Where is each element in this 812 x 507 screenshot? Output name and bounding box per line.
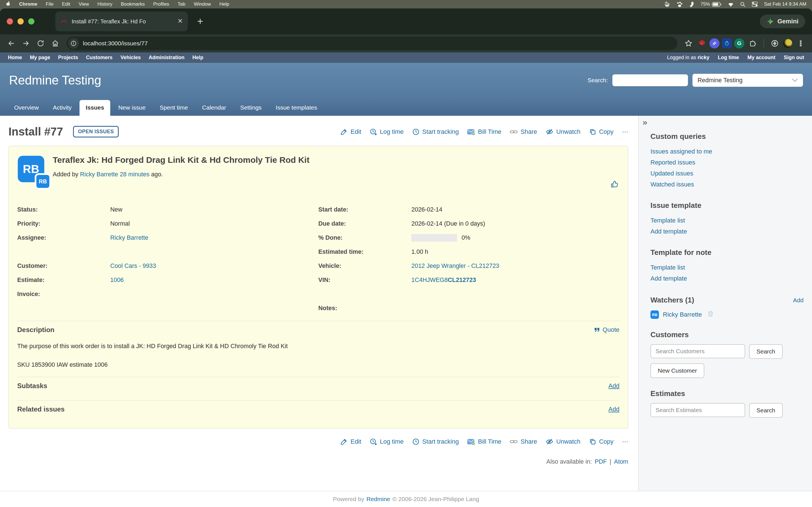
control-center-icon[interactable] (752, 2, 758, 7)
thumbs-up-icon[interactable] (610, 180, 619, 189)
menu-item-profiles[interactable]: Profiles (153, 1, 169, 7)
menu-item-window[interactable]: Window (194, 1, 211, 7)
browser-tab[interactable]: Install #77: Teraflex Jk: Hd Fo (55, 11, 188, 31)
delete-watcher-icon[interactable] (707, 310, 714, 319)
vin-link[interactable]: 1C4HJWEG8CL212723 (411, 277, 476, 284)
sidebar-link-watched-issues[interactable]: Watched issues (651, 179, 804, 190)
top-menu-customers[interactable]: Customers (86, 55, 112, 61)
add-watcher-link[interactable]: Add (793, 297, 804, 304)
extension-lock-icon[interactable] (722, 38, 732, 48)
sidebar-link-issues-assigned-to-me[interactable]: Issues assigned to me (651, 146, 804, 157)
menu-item-view[interactable]: View (79, 1, 89, 7)
new-tab-button[interactable]: + (193, 15, 207, 28)
add-subtask-link[interactable]: Add (608, 382, 619, 390)
kebab-menu-icon[interactable] (795, 37, 807, 50)
tab-settings[interactable]: Settings (234, 100, 268, 116)
sidebar-link-note-template-list[interactable]: Template list (651, 262, 804, 273)
more-actions-button[interactable]: ⋯ (622, 438, 628, 445)
add-related-issue-link[interactable]: Add (608, 406, 619, 413)
address-bar[interactable]: localhost:3000/issues/77 (66, 37, 677, 50)
top-menu-administration[interactable]: Administration (149, 55, 185, 61)
top-menu-help[interactable]: Help (192, 55, 203, 61)
top-menu-my-account[interactable]: My account (748, 55, 775, 61)
log-time-button[interactable]: Log time (370, 438, 403, 445)
log-time-button[interactable]: Log time (370, 128, 403, 135)
search-customers-input[interactable] (651, 344, 745, 358)
extension-indigo-icon[interactable] (709, 38, 719, 48)
assignee-link[interactable]: Ricky Barrette (110, 234, 148, 241)
minimize-window-button[interactable] (17, 18, 24, 24)
redmine-link[interactable]: Redmine (366, 496, 390, 503)
top-menu-log-time[interactable]: Log time (718, 55, 739, 61)
top-menu-sign-out[interactable]: Sign out (784, 55, 804, 61)
spotlight-search-icon[interactable] (740, 2, 746, 7)
copy-button[interactable]: Copy (589, 128, 613, 135)
tab-close-icon[interactable] (177, 18, 183, 25)
search-estimates-button[interactable]: Search (749, 403, 783, 418)
tab-activity[interactable]: Activity (47, 100, 78, 116)
share-button[interactable]: Share (510, 438, 537, 445)
edit-button[interactable]: Edit (340, 128, 361, 135)
search-estimates-input[interactable] (651, 403, 745, 417)
home-icon[interactable] (49, 37, 61, 50)
copy-button[interactable]: Copy (589, 438, 613, 445)
estimate-link[interactable]: 1006 (110, 277, 124, 284)
close-window-button[interactable] (7, 18, 13, 24)
menu-bar-clock[interactable]: Sat Feb 14 9:34 AM (764, 1, 806, 7)
sidebar-collapse-button[interactable]: » (643, 117, 647, 127)
open-issues-badge[interactable]: OPEN ISSUES (73, 126, 119, 137)
share-button[interactable]: Share (510, 128, 537, 135)
tab-new-issue[interactable]: New issue (112, 100, 152, 116)
author-link[interactable]: Ricky Barrette (80, 171, 118, 178)
search-input[interactable] (612, 74, 688, 86)
new-customer-button[interactable]: New Customer (651, 363, 704, 378)
grammarly-icon[interactable]: G (734, 38, 744, 48)
watcher-name-link[interactable]: Ricky Barrette (663, 311, 702, 318)
added-time-link[interactable]: 28 minutes (120, 171, 149, 178)
bill-time-button[interactable]: Bill Time (467, 128, 501, 135)
menu-item-tab[interactable]: Tab (177, 1, 185, 7)
quote-button[interactable]: Quote (594, 326, 619, 334)
customer-link[interactable]: Cool Cars - 9933 (110, 263, 156, 270)
site-info-icon[interactable] (68, 38, 79, 49)
menu-app-name[interactable]: Chrome (19, 1, 37, 7)
gemini-button[interactable]: Gemini (760, 15, 805, 28)
top-menu-home[interactable]: Home (8, 55, 22, 61)
unwatch-button[interactable]: Unwatch (546, 128, 580, 135)
reload-icon[interactable] (35, 37, 47, 50)
sidebar-link-add-template[interactable]: Add template (651, 226, 804, 237)
bill-time-button[interactable]: Bill Time (467, 438, 501, 445)
top-menu-my-page[interactable]: My page (30, 55, 50, 61)
project-jump-select[interactable]: Redmine Testing (693, 74, 803, 87)
apple-icon[interactable] (6, 1, 11, 8)
extension-red-icon[interactable] (697, 38, 707, 48)
docker-icon[interactable] (664, 1, 670, 7)
edit-button[interactable]: Edit (340, 438, 361, 445)
battery-indicator[interactable]: 75% (701, 1, 721, 7)
sidebar-link-updated-issues[interactable]: Updated issues (651, 168, 804, 179)
atom-link[interactable]: Atom (614, 458, 628, 465)
menu-item-help[interactable]: Help (219, 1, 229, 7)
search-customers-button[interactable]: Search (749, 344, 783, 359)
top-menu-vehicles[interactable]: Vehicles (120, 55, 141, 61)
wifi-icon[interactable] (728, 2, 734, 7)
pdf-link[interactable]: PDF (595, 458, 607, 465)
sidebar-link-template-list[interactable]: Template list (651, 215, 804, 226)
menu-item-bookmarks[interactable]: Bookmarks (121, 1, 145, 7)
squirrel-icon[interactable] (689, 1, 695, 7)
bookmark-star-icon[interactable] (682, 37, 695, 50)
tab-overview[interactable]: Overview (8, 100, 45, 116)
menu-item-history[interactable]: History (97, 1, 112, 7)
zoom-window-button[interactable] (28, 18, 35, 24)
forward-icon[interactable] (20, 37, 32, 50)
tab-issue-templates[interactable]: Issue templates (269, 100, 323, 116)
tab-calendar[interactable]: Calendar (196, 100, 232, 116)
start-tracking-button[interactable]: Start tracking (412, 438, 459, 445)
sidebar-link-reported-issues[interactable]: Reported issues (651, 157, 804, 168)
logged-in-user[interactable]: ricky (698, 55, 709, 60)
start-tracking-button[interactable]: Start tracking (412, 128, 459, 135)
extensions-puzzle-icon[interactable] (747, 37, 759, 50)
top-menu-projects[interactable]: Projects (58, 55, 78, 61)
menu-item-edit[interactable]: Edit (62, 1, 70, 7)
profile-avatar[interactable] (783, 39, 792, 48)
